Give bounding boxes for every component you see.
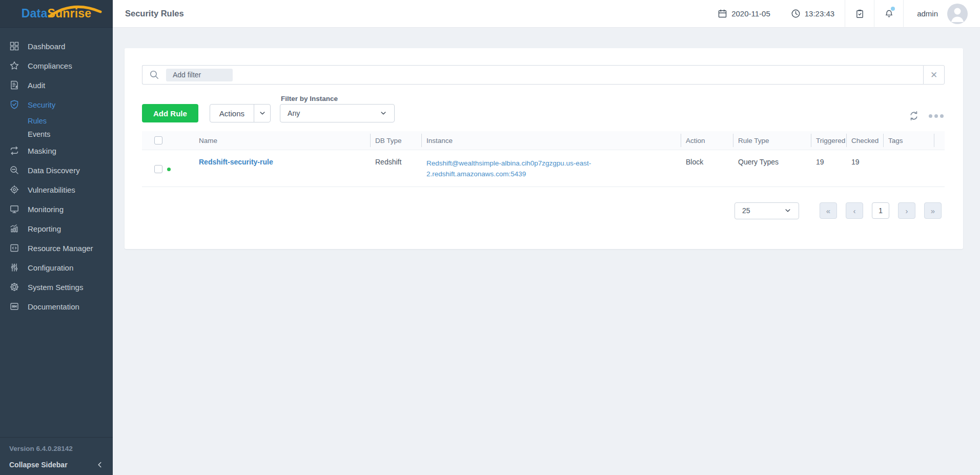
main-area: Security Rules 2020-11-05 13:23:43 xyxy=(113,0,980,475)
sidebar-item-reporting[interactable]: Reporting xyxy=(0,219,113,238)
doc-book-icon xyxy=(9,301,19,312)
sidebar-subitem-events[interactable]: Events xyxy=(0,128,113,141)
checked-cell: 19 xyxy=(846,150,883,187)
notifications-button[interactable] xyxy=(874,0,903,28)
first-page-button[interactable]: « xyxy=(820,202,837,219)
scope-circle-icon xyxy=(9,184,19,195)
filter-by-instance-label: Filter by Instance xyxy=(281,95,338,102)
sidebar-item-masking[interactable]: Masking xyxy=(0,141,113,160)
chevron-left-icon xyxy=(96,461,104,468)
user-menu[interactable]: admin xyxy=(904,4,980,24)
sidebar-item-configuration[interactable]: Configuration xyxy=(0,258,113,277)
search-input[interactable]: Add filter xyxy=(142,65,923,85)
code-box-icon xyxy=(9,243,19,253)
tags-cell xyxy=(883,150,934,187)
column-header-checked[interactable]: Checked xyxy=(846,131,883,150)
sidebar-item-label: Resource Manager xyxy=(28,244,93,253)
version-label: Version 6.4.0.28142 xyxy=(9,445,104,452)
sidebar-item-vulnerabilities[interactable]: Vulnerabilities xyxy=(0,180,113,199)
more-options-icon[interactable] xyxy=(928,112,945,120)
tasks-button[interactable] xyxy=(845,0,874,28)
instance-filter: Filter by Instance Any xyxy=(280,104,395,122)
actions-split-button: Actions xyxy=(210,104,271,122)
column-header-name[interactable]: Name xyxy=(185,131,370,150)
pagination: 25 « ‹ 1 › » xyxy=(125,202,942,219)
collapse-sidebar-button[interactable]: Collapse Sidebar xyxy=(9,461,104,469)
prev-page-button[interactable]: ‹ xyxy=(846,202,863,219)
filter-search-row: Add filter ✕ xyxy=(142,65,945,85)
sidebar-item-resource-manager[interactable]: Resource Manager xyxy=(0,238,113,258)
rule-enabled-dot xyxy=(167,168,171,171)
brand-text-sunrise: Sunrise xyxy=(47,7,91,20)
table-header-row: Name DB Type Instance Action Rule Type T… xyxy=(142,131,945,150)
page-title: Security Rules xyxy=(125,9,184,18)
sidebar: DataSunrise Dashboard Compliances Audit xyxy=(0,0,113,475)
username-label: admin xyxy=(917,9,938,18)
sidebar-item-label: Data Discovery xyxy=(28,166,80,175)
instance-select[interactable]: Any xyxy=(280,104,395,122)
bar-chart-icon xyxy=(9,223,19,234)
column-header-tags[interactable]: Tags xyxy=(883,131,934,150)
column-header-triggered[interactable]: Triggered xyxy=(811,131,846,150)
brand-logo[interactable]: DataSunrise xyxy=(0,0,113,28)
last-page-button[interactable]: » xyxy=(924,202,942,219)
notification-dot xyxy=(891,7,895,11)
sidebar-item-audit[interactable]: Audit xyxy=(0,75,113,95)
sidebar-item-data-discovery[interactable]: Data Discovery xyxy=(0,160,113,180)
column-header-action[interactable]: Action xyxy=(681,131,733,150)
rule-type-cell: Query Types xyxy=(733,150,811,187)
sidebar-subitem-label: Rules xyxy=(28,117,47,125)
chevron-down-icon xyxy=(784,207,791,214)
sidebar-item-label: Monitoring xyxy=(28,205,64,214)
sidebar-subitem-rules[interactable]: Rules xyxy=(0,114,113,128)
column-header-instance[interactable]: Instance xyxy=(421,131,681,150)
current-page-button[interactable]: 1 xyxy=(872,202,889,219)
monitor-icon xyxy=(9,204,19,214)
add-rule-button[interactable]: Add Rule xyxy=(142,104,198,122)
sidebar-item-label: Masking xyxy=(28,147,56,155)
select-all-checkbox[interactable] xyxy=(154,136,162,144)
row-checkbox[interactable] xyxy=(154,165,162,173)
date-value: 2020-11-05 xyxy=(731,9,770,18)
sidebar-item-compliances[interactable]: Compliances xyxy=(0,56,113,75)
avatar xyxy=(947,4,968,24)
next-page-button[interactable]: › xyxy=(898,202,915,219)
sidebar-item-monitoring[interactable]: Monitoring xyxy=(0,199,113,219)
instance-link[interactable]: Redshift@wealthsimple-albina.cih0p7zgzgp… xyxy=(426,158,676,180)
sidebar-item-label: Security xyxy=(28,100,55,109)
clear-filter-button[interactable]: ✕ xyxy=(923,65,945,85)
triggered-cell: 19 xyxy=(811,150,846,187)
column-header-rule-type[interactable]: Rule Type xyxy=(733,131,811,150)
actions-dropdown-toggle[interactable] xyxy=(254,105,270,122)
sidebar-item-dashboard[interactable]: Dashboard xyxy=(0,36,113,56)
actions-button[interactable]: Actions xyxy=(210,105,254,122)
sidebar-item-system-settings[interactable]: System Settings xyxy=(0,277,113,297)
sidebar-nav: Dashboard Compliances Audit Security Rul… xyxy=(0,28,113,316)
sidebar-item-label: System Settings xyxy=(28,283,83,292)
page-size-value: 25 xyxy=(742,206,750,215)
shield-check-icon xyxy=(9,99,19,110)
chevron-down-icon xyxy=(259,110,266,117)
sidebar-item-label: Documentation xyxy=(28,302,79,311)
calendar-icon xyxy=(718,9,727,18)
table-tools xyxy=(908,110,945,121)
refresh-icon[interactable] xyxy=(908,110,920,121)
column-header-db-type[interactable]: DB Type xyxy=(370,131,421,150)
add-filter-chip[interactable]: Add filter xyxy=(166,69,233,81)
star-icon xyxy=(9,60,19,71)
magnifier-dots-icon xyxy=(9,165,19,175)
rules-card: Add filter ✕ Add Rule Actions Filter by … xyxy=(125,48,963,249)
sidebar-item-label: Audit xyxy=(28,81,45,90)
rule-name-link[interactable]: Redshift-security-rule xyxy=(199,158,273,166)
db-type-cell: Redshift xyxy=(370,150,421,187)
collapse-sidebar-label: Collapse Sidebar xyxy=(9,461,68,469)
dashboard-icon xyxy=(9,41,19,51)
page-size-select[interactable]: 25 xyxy=(734,202,799,219)
action-cell: Block xyxy=(681,150,733,187)
clock-icon xyxy=(791,9,801,18)
sidebar-item-documentation[interactable]: Documentation xyxy=(0,297,113,316)
sidebar-item-label: Vulnerabilities xyxy=(28,185,75,194)
sidebar-item-label: Dashboard xyxy=(28,42,65,51)
sidebar-item-security[interactable]: Security xyxy=(0,95,113,114)
top-header: Security Rules 2020-11-05 13:23:43 xyxy=(113,0,980,28)
